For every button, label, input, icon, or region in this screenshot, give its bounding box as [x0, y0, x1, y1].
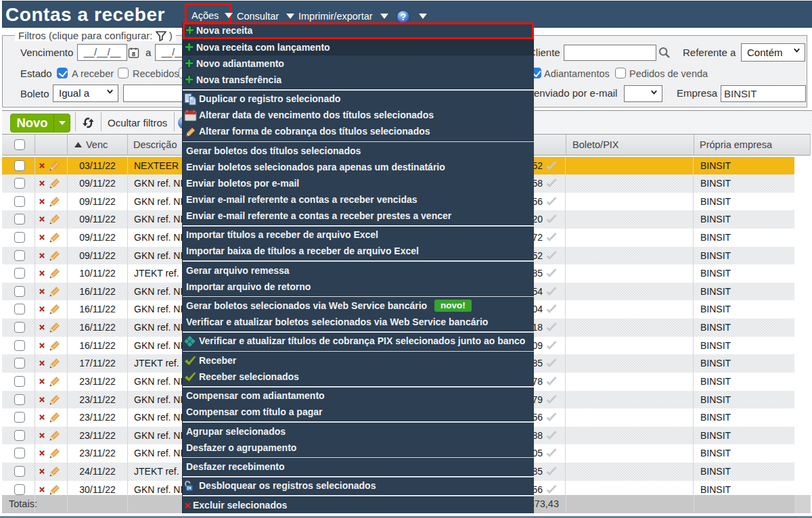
svg-text:8: 8 [132, 50, 135, 57]
